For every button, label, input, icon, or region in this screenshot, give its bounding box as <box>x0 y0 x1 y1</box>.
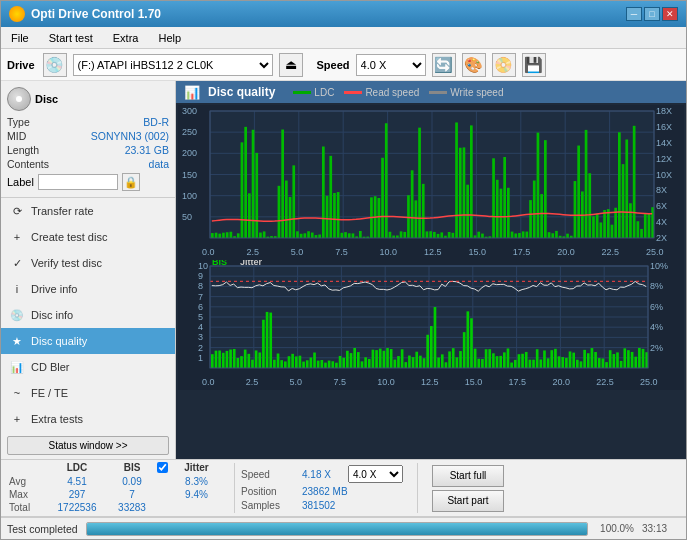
nav-cd-bler[interactable]: 📊 CD Bler <box>1 354 175 380</box>
speed-label: Speed <box>317 59 350 71</box>
nav-disc-info-label: Disc info <box>31 309 73 321</box>
nav-drive-info-label: Drive info <box>31 283 77 295</box>
contents-label: Contents <box>7 158 49 170</box>
avg-spacer <box>157 476 169 487</box>
checkbox-col <box>157 462 169 475</box>
avg-ldc: 4.51 <box>47 476 107 487</box>
create-test-icon: + <box>9 229 25 245</box>
start-full-button[interactable]: Start full <box>432 465 504 487</box>
nav-create-test-label: Create test disc <box>31 231 107 243</box>
progress-bar <box>86 522 588 536</box>
avg-label: Avg <box>9 476 47 487</box>
empty-header <box>9 462 47 475</box>
type-label: Type <box>7 116 30 128</box>
max-spacer <box>157 489 169 500</box>
app-icon <box>9 6 25 22</box>
drive-info-icon: i <box>9 281 25 297</box>
bis-chart[interactable] <box>178 260 684 390</box>
jitter-checkbox[interactable] <box>157 462 168 473</box>
nav-verify-test-label: Verify test disc <box>31 257 102 269</box>
label-icon-btn[interactable]: 🔒 <box>122 173 140 191</box>
window-controls: ─ □ ✕ <box>626 7 678 21</box>
save-btn[interactable]: 💾 <box>522 53 546 77</box>
chart-title: Disc quality <box>208 85 275 99</box>
nav-disc-info[interactable]: 💿 Disc info <box>1 302 175 328</box>
title-bar: Opti Drive Control 1.70 ─ □ ✕ <box>1 1 686 27</box>
menu-help[interactable]: Help <box>154 31 185 45</box>
fe-te-icon: ~ <box>9 385 25 401</box>
extra-tests-icon: + <box>9 411 25 427</box>
label-label: Label <box>7 176 34 188</box>
status-window-btn[interactable]: Status window >> <box>7 436 169 455</box>
menu-start-test[interactable]: Start test <box>45 31 97 45</box>
status-text: Test completed <box>7 523 78 535</box>
total-label: Total <box>9 502 47 513</box>
nav-disc-quality-label: Disc quality <box>31 335 87 347</box>
refresh-button[interactable]: 🔄 <box>432 53 456 77</box>
sidebar: Disc Type BD-R MID SONYNN3 (002) Length … <box>1 81 176 459</box>
speed-select[interactable]: 4.0 X <box>356 54 426 76</box>
eject-button[interactable]: ⏏ <box>279 53 303 77</box>
nav-cd-bler-label: CD Bler <box>31 361 70 373</box>
disc-info-panel: Disc Type BD-R MID SONYNN3 (002) Length … <box>1 83 175 198</box>
mid-value: SONYNN3 (002) <box>91 130 169 142</box>
nav-verify-test[interactable]: ✓ Verify test disc <box>1 250 175 276</box>
total-bis: 33283 <box>107 502 157 513</box>
disc-color-btn[interactable]: 🎨 <box>462 53 486 77</box>
toolbar: Drive 💿 (F:) ATAPI iHBS112 2 CL0K ⏏ Spee… <box>1 49 686 81</box>
divider1 <box>234 463 235 513</box>
total-spacer <box>157 502 224 513</box>
nav-create-test[interactable]: + Create test disc <box>1 224 175 250</box>
nav-fe-te[interactable]: ~ FE / TE <box>1 380 175 406</box>
max-label: Max <box>9 489 47 500</box>
menu-bar: File Start test Extra Help <box>1 27 686 49</box>
start-part-button[interactable]: Start part <box>432 490 504 512</box>
close-button[interactable]: ✕ <box>662 7 678 21</box>
read-speed-legend-color <box>344 91 362 94</box>
mid-label: MID <box>7 130 26 142</box>
nav-fe-te-label: FE / TE <box>31 387 68 399</box>
total-ldc: 1722536 <box>47 502 107 513</box>
speed-stat-value: 4.18 X <box>302 469 342 480</box>
minimize-button[interactable]: ─ <box>626 7 642 21</box>
status-bar: Test completed 100.0% 33:13 <box>1 517 686 539</box>
drive-select[interactable]: (F:) ATAPI iHBS112 2 CL0K <box>73 54 273 76</box>
avg-bis: 0.09 <box>107 476 157 487</box>
progress-bar-fill <box>87 523 587 535</box>
ldc-chart[interactable] <box>178 105 684 260</box>
cd-bler-icon: 📊 <box>9 359 25 375</box>
menu-file[interactable]: File <box>7 31 33 45</box>
speed-stat-label: Speed <box>241 469 296 480</box>
menu-extra[interactable]: Extra <box>109 31 143 45</box>
nav-transfer-rate-label: Transfer rate <box>31 205 94 217</box>
window-title: Opti Drive Control 1.70 <box>31 7 161 21</box>
position-value: 23862 MB <box>302 486 348 497</box>
avg-jitter: 8.3% <box>169 476 224 487</box>
action-buttons: Start full Start part <box>432 465 504 512</box>
contents-value: data <box>149 158 169 170</box>
nav-disc-quality[interactable]: ★ Disc quality <box>1 328 175 354</box>
chart-header: 📊 Disc quality LDC Read speed Write spee… <box>176 81 686 103</box>
max-bis: 7 <box>107 489 157 500</box>
nav-section: ⟳ Transfer rate + Create test disc ✓ Ver… <box>1 198 175 432</box>
write-speed-legend-color <box>429 91 447 94</box>
nav-transfer-rate[interactable]: ⟳ Transfer rate <box>1 198 175 224</box>
drive-icon-btn[interactable]: 💿 <box>43 53 67 77</box>
verify-test-icon: ✓ <box>9 255 25 271</box>
type-value: BD-R <box>143 116 169 128</box>
label-input[interactable] <box>38 174 118 190</box>
disc-quality-icon: ★ <box>9 333 25 349</box>
divider2 <box>417 463 418 513</box>
max-jitter: 9.4% <box>169 489 224 500</box>
main-window: Opti Drive Control 1.70 ─ □ ✕ File Start… <box>0 0 687 540</box>
maximize-button[interactable]: □ <box>644 7 660 21</box>
drive-label: Drive <box>7 59 35 71</box>
jitter-header: Jitter <box>169 462 224 475</box>
progress-value: 100.0% <box>596 523 634 534</box>
nav-extra-tests[interactable]: + Extra tests <box>1 406 175 432</box>
disc-section-label: Disc <box>35 93 58 105</box>
nav-drive-info[interactable]: i Drive info <box>1 276 175 302</box>
disc-info-btn[interactable]: 📀 <box>492 53 516 77</box>
speed-stat-select[interactable]: 4.0 X <box>348 465 403 483</box>
samples-label: Samples <box>241 500 296 511</box>
